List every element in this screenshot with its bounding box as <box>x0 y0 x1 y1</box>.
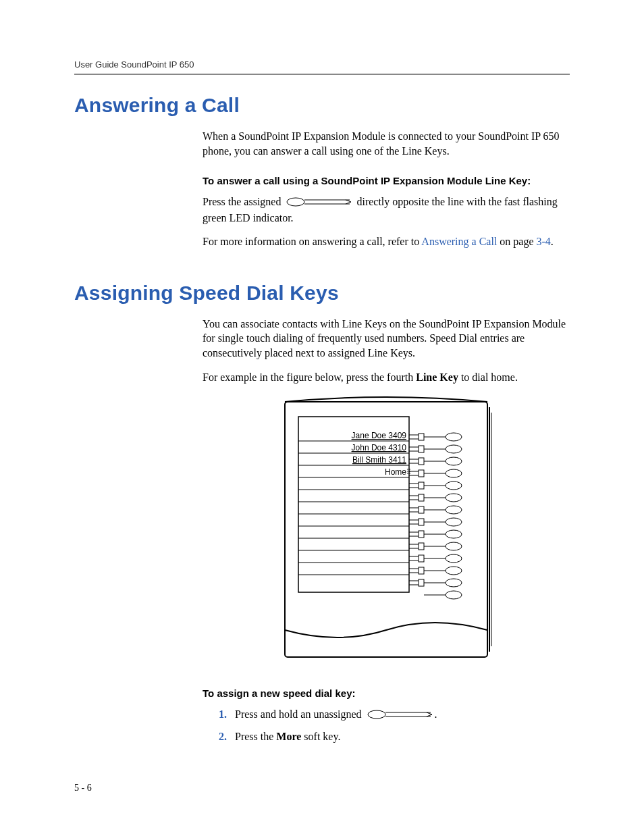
svg-point-19 <box>407 469 408 470</box>
svg-point-24 <box>409 473 410 474</box>
lcd-entry-1: Jane Doe 3409 <box>352 431 407 440</box>
line-key-icon <box>286 196 351 211</box>
speed-dial-p1: You can associate contacts with Line Key… <box>203 317 570 361</box>
step-press-assigned: Press the assigned directly opposite the… <box>203 194 570 225</box>
page-number: 5 - 6 <box>74 783 92 793</box>
step-2-bold-more: More <box>276 731 301 742</box>
lcd-entry-2: John Doe 4310 <box>352 443 407 452</box>
lcd-entry-3: Bill Smith 3411 <box>352 455 406 465</box>
step-1-text-post: . <box>435 708 437 720</box>
svg-point-23 <box>407 473 408 474</box>
link-answering-a-call[interactable]: Answering a Call <box>421 236 497 247</box>
svg-point-20 <box>409 469 410 470</box>
more-pre: For more information on answering a call… <box>203 236 421 247</box>
step-1-text-pre: Press and hold an unassigned <box>235 708 365 720</box>
step-2: 2. Press the More soft key. <box>219 729 570 744</box>
more-end: . <box>551 236 554 247</box>
step-2-number: 2. <box>219 729 232 744</box>
step-1: 1. Press and hold an unassigned . <box>219 707 570 723</box>
svg-point-92 <box>368 710 385 719</box>
subhead-assign-speed-dial: To assign a new speed dial key: <box>203 687 570 700</box>
expansion-module-figure: Jane Doe 3409 John Doe 4310 Bill Smith 3… <box>203 394 570 668</box>
svg-point-0 <box>287 198 304 206</box>
p2-bold-line-key: Line Key <box>416 371 458 383</box>
step-text-pre: Press the assigned <box>203 196 284 207</box>
p2-post: to dial home. <box>458 371 518 383</box>
intro-paragraph: When a SoundPoint IP Expansion Module is… <box>203 129 570 158</box>
more-info-paragraph: For more information on answering a call… <box>203 234 570 249</box>
step-2-post: soft key. <box>301 731 340 742</box>
more-mid: on page <box>497 236 536 247</box>
line-key-icon <box>367 708 432 723</box>
lcd-entry-4: Home <box>385 467 406 477</box>
header-rule <box>74 74 570 75</box>
svg-point-21 <box>407 471 408 472</box>
speed-dial-p2: For example in the figure below, press t… <box>203 370 570 385</box>
step-2-pre: Press the <box>235 731 276 742</box>
step-1-number: 1. <box>219 707 232 722</box>
subhead-answer-call: To answer a call using a SoundPoint IP E… <box>203 174 570 188</box>
heading-answering-a-call: Answering a Call <box>74 94 570 117</box>
p2-pre: For example in the figure below, press t… <box>203 371 416 383</box>
ordered-steps: 1. Press and hold an unassigned . 2. Pre… <box>203 707 570 744</box>
running-head: User Guide SoundPoint IP 650 <box>74 59 570 70</box>
heading-assigning-speed-dial-keys: Assigning Speed Dial Keys <box>74 282 570 305</box>
link-page-3-4[interactable]: 3-4 <box>537 236 551 247</box>
